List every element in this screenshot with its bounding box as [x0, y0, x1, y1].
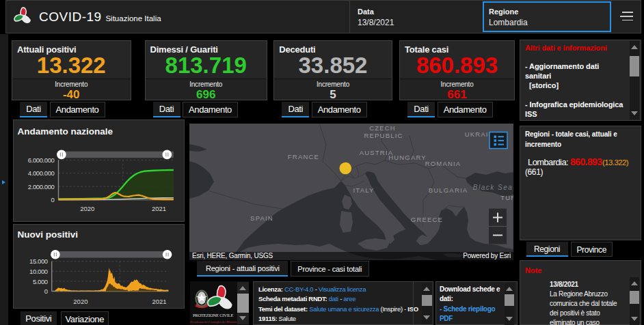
svg-text:4.000.000: 4.000.000: [27, 169, 54, 177]
svg-text:2021: 2021: [151, 205, 165, 212]
svg-text:REPUBLIC: REPUBLIC: [364, 131, 403, 139]
svg-text:GREECE: GREECE: [411, 216, 443, 223]
svg-text:Esri, HERE, Garmin, USGS: Esri, HERE, Garmin, USGS: [192, 251, 273, 259]
svg-text:CZECH: CZECH: [369, 124, 396, 132]
svg-text:FRANCE: FRANCE: [288, 152, 319, 160]
svg-text:Nuovi positivi: Nuovi positivi: [17, 229, 78, 240]
svg-text:Powered by Esri: Powered by Esri: [463, 251, 511, 259]
svg-text:BULGARIA: BULGARIA: [429, 186, 468, 194]
svg-text:15.000: 15.000: [29, 257, 48, 265]
svg-text:6.000.000: 6.000.000: [27, 156, 54, 164]
svg-text:0: 0: [51, 196, 54, 203]
svg-text:2021: 2021: [152, 298, 166, 305]
svg-text:SPAIN: SPAIN: [250, 214, 273, 222]
svg-text:2.000.000: 2.000.000: [27, 183, 54, 190]
svg-text:0: 0: [44, 287, 47, 295]
svg-text:ITALY: ITALY: [353, 186, 375, 193]
svg-text:2020: 2020: [73, 298, 88, 305]
svg-text:Black Sea: Black Sea: [473, 183, 513, 190]
svg-text:5.000: 5.000: [32, 278, 47, 285]
svg-text:10.000: 10.000: [29, 268, 48, 275]
svg-text:ROMANIA: ROMANIA: [425, 159, 461, 167]
svg-text:TURKEY: TURKEY: [500, 194, 513, 201]
svg-text:HUNGARY: HUNGARY: [388, 153, 427, 160]
svg-text:2020: 2020: [80, 205, 94, 212]
svg-text:Andamento nazionale: Andamento nazionale: [17, 126, 113, 137]
